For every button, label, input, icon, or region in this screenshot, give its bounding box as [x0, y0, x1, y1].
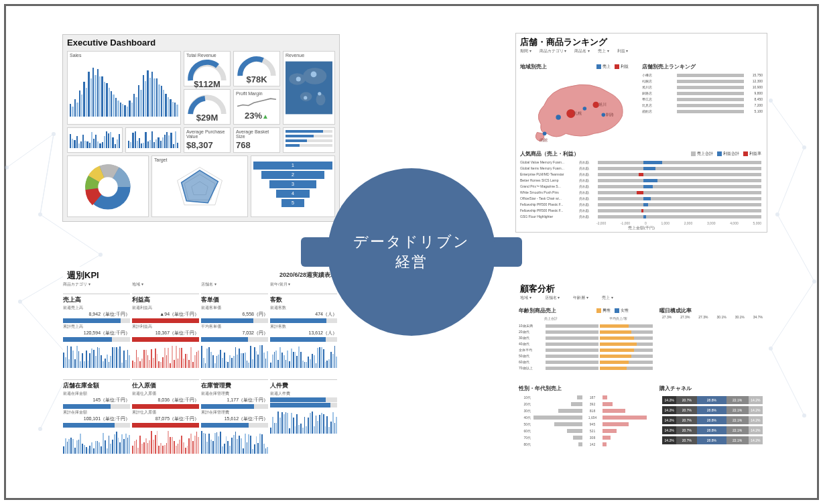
funnel-step: 5: [281, 199, 304, 207]
product-name: Fellowship PR500 Plastic F...: [520, 202, 578, 206]
store-row: 小樽店15,750: [642, 72, 763, 78]
kpi-value: $8,307: [186, 140, 228, 150]
cust-sec2-title: 性別・年代別売上: [519, 385, 562, 392]
svg-point-4: [18, 300, 22, 304]
store-name: 旭川店: [642, 85, 676, 89]
kpi-block-title: 売上高: [63, 296, 130, 304]
store-name: 小樽店: [642, 73, 676, 77]
filter-dropdown[interactable]: 期間 ▾: [520, 48, 531, 54]
store-name: 札幌店: [642, 79, 676, 83]
kpi-block-title: 店舗在庫金額: [63, 381, 130, 390]
product-name: White Smooths Push Pins: [520, 190, 578, 194]
product-cat: 売れ筋: [579, 184, 596, 188]
filter-dropdown[interactable]: 商品名 ▾: [574, 48, 590, 54]
product-cat: 売れ筋: [579, 214, 596, 218]
cust-filters: 地域 ▾店舗名 ▾年齢層 ▾売上 ▾: [520, 295, 763, 301]
filter-dropdown[interactable]: 売上 ▾: [602, 295, 613, 301]
kpi-block: 店舗在庫金額 前週在庫金額145（単位:千円） 累計在庫金額100,101（単位…: [63, 379, 130, 462]
product-name: Enterprise PLM/MD Teamstar: [520, 172, 578, 176]
panel-weekly-kpi: 週別KPI 2020/6/28週実績表示 商品カテゴリ ▾地域 ▾店舗名 ▾前年…: [63, 267, 339, 465]
svg-point-2: [38, 212, 42, 216]
channel-seg: 14.2%: [749, 436, 763, 444]
filter-dropdown[interactable]: 年齢層 ▾: [573, 295, 588, 301]
svg-text:函館: 函館: [540, 138, 548, 142]
product-cat: 売れ筋: [579, 166, 596, 170]
kpi-filter[interactable]: 商品カテゴリ ▾: [63, 281, 132, 288]
map-label: Revenue: [286, 53, 332, 58]
product-row: Better Homes SICS Lamp売れ筋: [520, 178, 761, 183]
kpi-filter-row: 商品カテゴリ ▾地域 ▾店舗名 ▾前年/前月 ▾: [63, 281, 339, 288]
kpi-block: 在庫管理費 前週在庫管理費1,177（単位:千円） 累計在庫管理費15,612（…: [201, 379, 268, 462]
svg-marker-27: [182, 170, 218, 203]
pyr-age: 20代: [519, 402, 531, 406]
card-mini-list: [283, 127, 335, 153]
axis-label: 売上合計: [544, 316, 558, 320]
age-label: 20歳代: [519, 330, 544, 334]
kpi-filter[interactable]: 地域 ▾: [132, 281, 201, 288]
filter-dropdown[interactable]: 売上 ▾: [598, 48, 609, 54]
axis-label: 平均売上/客: [609, 316, 627, 320]
product-cat: 売れ筋: [579, 208, 596, 212]
channel-seg: 14.2%: [749, 396, 763, 404]
card-world-map: Revenue: [283, 51, 335, 125]
svg-point-11: [769, 346, 773, 351]
center-text-1: データドリブン: [353, 232, 470, 252]
kpi-block-title: 客単価: [201, 296, 268, 304]
svg-point-31: [543, 132, 547, 136]
filter-dropdown[interactable]: 商品カテゴリ ▾: [540, 48, 567, 54]
card-gauge-1: $78K: [233, 51, 280, 86]
svg-point-30: [602, 113, 606, 117]
product-row: Fellowship PR500 Plastic F...売れ筋: [520, 208, 761, 213]
kpi-block: 人件費 前週人件費: [270, 379, 337, 462]
pyr-age: 30代: [519, 409, 531, 413]
channel-seg: 22.1%: [726, 426, 749, 434]
age-row: 全体平均: [519, 347, 653, 353]
product-row: Office/Star - Task Chair wi...売れ筋: [520, 196, 761, 201]
kpi-block-title: 利益高: [132, 296, 199, 304]
pyramid-row: 10代187: [519, 394, 653, 401]
channel-seg: 20.7%: [676, 396, 697, 404]
svg-point-28: [556, 115, 560, 119]
svg-point-7: [769, 99, 773, 103]
cust-sec1-title: 年齢別商品売上: [519, 307, 556, 314]
svg-point-21: [304, 96, 307, 99]
radar-label: Target: [154, 158, 245, 162]
trend-label: Profit Margin: [236, 91, 277, 96]
center-badge: データドリブン 経営: [328, 168, 495, 336]
card-gauge-0: Total Revenue $112M: [184, 51, 231, 86]
kpi-block-title: 客数: [270, 296, 337, 304]
product-name: Fellowship PR500 Plastic F...: [520, 208, 578, 212]
channel-seg: 22.1%: [726, 436, 749, 444]
kpi-label: Average Purchase Value: [186, 129, 228, 139]
svg-point-8: [802, 145, 806, 149]
age-pyramid: 10代18720代39230代81840代1,65450代94560代52170…: [519, 394, 653, 448]
svg-point-20: [318, 92, 321, 95]
card-mini-bars-1: [67, 127, 123, 153]
kpi-block: 利益高 前週利益高▲94（単位:千円） 累計利益高10,367（単位:千円）: [132, 294, 199, 377]
channel-seg: 14.2%: [662, 426, 676, 434]
sales-bars: [70, 59, 178, 117]
svg-point-12: [802, 414, 806, 418]
pyr-count: 818: [584, 409, 601, 413]
cust-sec1-legend: 男性 女性: [596, 308, 629, 314]
funnel-step: 4: [276, 190, 310, 198]
channel-row: 14.2%20.7%28.8%22.1%14.2%: [662, 396, 763, 404]
filter-dropdown[interactable]: 利益 ▾: [617, 48, 629, 54]
card-pie: [67, 155, 149, 217]
center-text-2: 経営: [395, 252, 428, 272]
filter-dropdown[interactable]: 地域 ▾: [520, 295, 531, 301]
card-kpi-basket: Average Basket Size 768: [233, 127, 280, 153]
kpi-filter[interactable]: 店舗名 ▾: [201, 281, 270, 288]
region-map-title: 地域別売上: [520, 63, 547, 70]
channel-seg: 20.7%: [676, 406, 697, 414]
age-label: 70歳以上: [519, 366, 544, 370]
channel-bars: 14.2%20.7%28.8%22.1%14.2%14.2%20.7%28.8%…: [662, 394, 763, 446]
channel-seg: 14.2%: [662, 436, 676, 444]
store-row: 札幌店12,300: [642, 78, 763, 84]
pyramid-row: 50代945: [519, 421, 653, 428]
pyr-age: 50代: [519, 422, 531, 426]
hokkaido-map: 札幌旭川釧路函館: [520, 71, 637, 146]
store-ranking-list: 小樽店15,750札幌店12,300旭川店10,900釧路店9,800帯広店8,…: [642, 72, 763, 114]
filter-dropdown[interactable]: 店舗名 ▾: [545, 295, 560, 301]
channel-seg: 28.8%: [697, 416, 726, 424]
